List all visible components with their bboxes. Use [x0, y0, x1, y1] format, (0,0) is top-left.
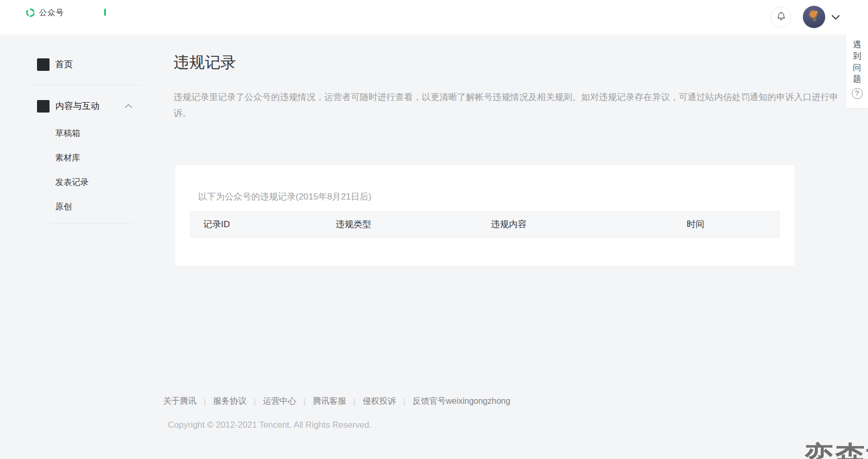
help-panel[interactable]: 遇到问题 ?	[846, 34, 868, 108]
sidebar-item-material-library[interactable]: 素材库	[55, 152, 80, 164]
footer-link-about-tencent[interactable]: 关于腾讯	[163, 396, 197, 407]
sidebar-item-home[interactable]: 首页	[55, 58, 73, 71]
brand[interactable]: 公众号	[26, 8, 64, 18]
avatar[interactable]	[803, 6, 825, 28]
footer-separator: |	[353, 398, 356, 406]
footer-link-feedback-account[interactable]: 反馈官号weixingongzhong	[412, 396, 510, 407]
footer-link-operation-center[interactable]: 运营中心	[263, 396, 296, 407]
question-mark-icon[interactable]: ?	[852, 88, 863, 99]
notification-bell-button[interactable]	[771, 7, 791, 28]
sidebar-item-drafts[interactable]: 草稿箱	[55, 127, 80, 140]
mp-logo-icon	[26, 8, 35, 18]
watermark-text: 奕森格	[804, 438, 868, 459]
footer-links: 关于腾讯 | 服务协议 | 运营中心 | 腾讯客服 | 侵权投诉 | 反馈官号w…	[163, 396, 510, 407]
sidebar-divider	[51, 223, 132, 224]
copyright-text: Copyright © 2012-2021 Tencent. All Right…	[168, 420, 372, 430]
column-header-record-id: 记录ID	[203, 212, 336, 237]
sidebar: 首页 内容与互动 草稿箱 素材库 发表记录 原创	[0, 34, 156, 459]
footer-separator: |	[254, 398, 256, 406]
footer-separator: |	[404, 398, 406, 406]
chevron-up-icon[interactable]	[124, 102, 133, 108]
green-indicator-mark	[104, 9, 106, 16]
home-icon	[37, 58, 50, 71]
footer-separator: |	[303, 398, 305, 406]
column-header-violation-type: 违规类型	[336, 212, 491, 237]
sidebar-item-original[interactable]: 原创	[55, 201, 72, 213]
sidebar-section-content-interaction[interactable]: 内容与互动	[55, 100, 100, 113]
bell-icon	[776, 11, 787, 24]
brand-label: 公众号	[39, 8, 64, 18]
help-label: 遇到问题	[853, 39, 862, 85]
topbar: 公众号	[0, 0, 868, 34]
sidebar-divider	[31, 85, 141, 85]
sidebar-item-publish-records[interactable]: 发表记录	[55, 176, 89, 189]
records-table-header: 记录ID 违规类型 违规内容 时间	[190, 212, 779, 238]
chevron-down-icon[interactable]	[830, 14, 841, 21]
content-section-icon	[37, 100, 50, 113]
footer-link-service-agreement[interactable]: 服务协议	[213, 396, 247, 407]
footer-separator: |	[204, 398, 206, 406]
column-header-time: 时间	[687, 212, 779, 237]
column-header-violation-content: 违规内容	[491, 212, 687, 237]
page-description: 违规记录里记录了公众号的违规情况，运营者可随时进行查看，以更清晰了解帐号违规情况…	[174, 89, 843, 121]
records-caption: 以下为公众号的违规记录(2015年8月21日后)	[198, 191, 372, 203]
footer-link-tencent-service[interactable]: 腾讯客服	[313, 396, 346, 407]
page-title: 违规记录	[174, 52, 236, 73]
footer-link-infringement-complaint[interactable]: 侵权投诉	[363, 396, 396, 407]
violation-records-card: 以下为公众号的违规记录(2015年8月21日后) 记录ID 违规类型 违规内容 …	[175, 165, 794, 266]
